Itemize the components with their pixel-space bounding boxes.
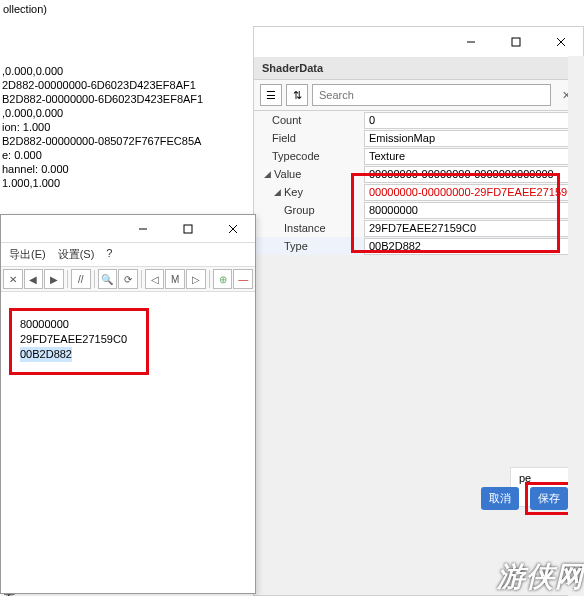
shader-data-panel: ShaderData ☰ ⇅ ✕ Count 0 Field EmissionM… — [253, 26, 584, 596]
tb-next-icon[interactable]: ▶ — [44, 269, 64, 289]
bg-collection: ollection) — [3, 2, 47, 16]
bg-line-9: 1.000,1.000 — [2, 176, 60, 190]
tb-sep — [67, 270, 68, 288]
property-table: Count 0 Field EmissionMap▾ Typecode Text… — [254, 111, 583, 255]
tb-add-icon[interactable]: ⊕ — [213, 269, 233, 289]
prop-field-value[interactable]: EmissionMap▾ — [364, 130, 583, 147]
tb-forward-icon[interactable]: ▷ — [186, 269, 206, 289]
prop-value-value[interactable]: 00000000-00000000-0000000000000 — [364, 166, 583, 183]
minimize-button[interactable] — [448, 27, 493, 57]
prop-instance-value[interactable]: 29FD7EAEE27159C0 — [364, 220, 583, 237]
prop-type-label: Type — [254, 240, 364, 252]
prop-type-value[interactable]: 00B2D882 — [364, 238, 583, 255]
search-row: ☰ ⇅ ✕ — [254, 80, 583, 111]
tb-m-icon[interactable]: M — [165, 269, 185, 289]
bg-line-5: ion: 1.000 — [2, 120, 50, 134]
tb-prev-icon[interactable]: ◀ — [24, 269, 44, 289]
data-line-1[interactable]: 80000000 — [20, 317, 138, 332]
highlight-save: 保存 — [525, 482, 573, 515]
menu-help[interactable]: ? — [106, 247, 112, 262]
bg-line-1: ,0.000,0.000 — [2, 64, 63, 78]
tb-sep — [141, 270, 142, 288]
save-button[interactable]: 保存 — [530, 487, 568, 510]
popup-titlebar — [1, 215, 255, 243]
expand-arrow-icon: ◢ — [262, 169, 272, 179]
tb-refresh-icon[interactable]: ⟳ — [118, 269, 138, 289]
cancel-button[interactable]: 取消 — [481, 487, 519, 510]
expand-arrow-icon: ◢ — [272, 187, 282, 197]
prop-group-label: Group — [254, 204, 364, 216]
popup-close-button[interactable] — [210, 214, 255, 244]
popup-maximize-button[interactable] — [165, 214, 210, 244]
tb-close-icon[interactable]: ✕ — [3, 269, 23, 289]
prop-key-value[interactable]: 00000000-00000000-29FD7EAEE27159C0 — [364, 184, 583, 201]
categorize-icon[interactable]: ☰ — [260, 84, 282, 106]
popup-minimize-button[interactable] — [120, 214, 165, 244]
maximize-button[interactable] — [493, 27, 538, 57]
close-button[interactable] — [538, 27, 583, 57]
window-titlebar — [254, 27, 583, 57]
popup-body: 80000000 29FD7EAEE27159C0 00B2D882 — [1, 292, 255, 391]
panel-title: ShaderData — [254, 57, 583, 80]
prop-count-value[interactable]: 0 — [364, 112, 583, 129]
bg-line-2: 2D882-00000000-6D6023D423EF8AF1 — [2, 78, 196, 92]
bg-line-6: B2D882-00000000-085072F767FEC85A — [2, 134, 201, 148]
popup-menubar: 导出(E) 设置(S) ? — [1, 243, 255, 267]
prop-key-label[interactable]: ◢Key — [254, 186, 364, 198]
prop-value-label[interactable]: ◢Value — [254, 168, 364, 180]
svg-rect-5 — [184, 225, 192, 233]
footer-buttons: 取消 保存 — [481, 482, 573, 515]
prop-field-label: Field — [254, 132, 364, 144]
menu-export[interactable]: 导出(E) — [9, 247, 46, 262]
tb-search-icon[interactable]: 🔍 — [98, 269, 118, 289]
bg-line-8: hannel: 0.000 — [2, 162, 69, 176]
bg-line-3: B2D882-00000000-6D6023D423EF8AF1 — [2, 92, 203, 106]
prop-instance-label: Instance — [254, 222, 364, 234]
search-input[interactable] — [312, 84, 551, 106]
tb-remove-icon[interactable]: — — [233, 269, 253, 289]
highlight-clipboard-data: 80000000 29FD7EAEE27159C0 00B2D882 — [9, 308, 149, 375]
svg-rect-1 — [512, 38, 520, 46]
tb-sep — [209, 270, 210, 288]
sort-icon[interactable]: ⇅ — [286, 84, 308, 106]
prop-typecode-label: Typecode — [254, 150, 364, 162]
data-line-3-selected[interactable]: 00B2D882 — [20, 347, 72, 362]
data-line-2[interactable]: 29FD7EAEE27159C0 — [20, 332, 138, 347]
bg-line-7: e: 0.000 — [2, 148, 42, 162]
tb-back-icon[interactable]: ◁ — [145, 269, 165, 289]
tb-sep — [94, 270, 95, 288]
bg-line-4: ,0.000,0.000 — [2, 106, 63, 120]
prop-group-value[interactable]: 80000000 — [364, 202, 583, 219]
tb-comment-icon[interactable]: // — [71, 269, 91, 289]
right-scrollbar[interactable] — [568, 56, 584, 596]
popup-window: 导出(E) 设置(S) ? ✕ ◀ ▶ // 🔍 ⟳ ◁ M ▷ ⊕ — 800… — [0, 214, 256, 594]
menu-settings[interactable]: 设置(S) — [58, 247, 95, 262]
popup-toolbar: ✕ ◀ ▶ // 🔍 ⟳ ◁ M ▷ ⊕ — — [1, 267, 255, 292]
prop-typecode-value[interactable]: Texture▾ — [364, 148, 583, 165]
prop-count-label: Count — [254, 114, 364, 126]
